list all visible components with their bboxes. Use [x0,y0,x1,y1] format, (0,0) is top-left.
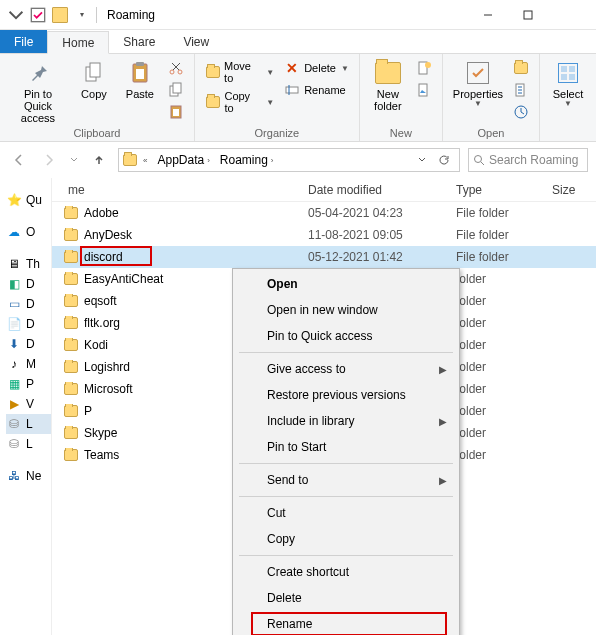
ctx-pin-start[interactable]: Pin to Start [235,434,457,460]
ctx-send-to[interactable]: Send to▶ [235,467,457,493]
folder-icon [64,295,78,307]
cut-button[interactable] [164,58,188,78]
properties-button[interactable]: Properties ▼ [449,56,507,109]
nav-down-icon[interactable] [8,7,24,23]
file-row[interactable]: Adobe05-04-2021 04:23File folder [52,202,596,224]
pin-icon [24,60,52,86]
file-type: folder [448,294,544,308]
tab-share[interactable]: Share [109,30,169,53]
folder-icon [64,273,78,285]
ctx-restore-versions[interactable]: Restore previous versions [235,382,457,408]
address-history-button[interactable] [411,149,433,171]
open-button[interactable] [509,58,533,78]
history-button[interactable] [509,102,533,122]
select-button[interactable]: Select ▼ [546,56,590,109]
breadcrumb-seg[interactable]: AppData› [153,153,213,167]
folder-icon [52,7,68,23]
sidebar-item[interactable]: ▭D [6,294,51,314]
svg-rect-2 [524,11,532,19]
paste-shortcut-button[interactable] [164,102,188,122]
copy-path-button[interactable] [164,80,188,100]
file-date: 05-12-2021 01:42 [300,250,448,264]
file-type: folder [448,272,544,286]
col-name[interactable]: me [52,183,300,197]
new-folder-icon [374,60,402,86]
ctx-cut[interactable]: Cut [235,500,457,526]
nav-bar: « AppData› Roaming› Search Roaming [0,142,596,178]
main-area: ⭐Qu ☁O 🖥Th ◧D ▭D 📄D ⬇D ♪M ▦P ▶V ⛁L ⛁L 🖧N… [0,178,596,635]
svg-rect-0 [31,8,44,21]
check-doc-icon[interactable] [30,7,46,23]
ctx-pin-quick-access[interactable]: Pin to Quick access [235,323,457,349]
ctx-open[interactable]: Open [235,271,457,297]
pin-quick-access-button[interactable]: Pin to Quick access [6,56,70,124]
tab-view[interactable]: View [169,30,223,53]
nav-up-button[interactable] [88,149,110,171]
sidebar-item[interactable]: ▶V [6,394,51,414]
drive-icon: ⛁ [6,436,22,452]
copy-to-button[interactable]: Copy to▼ [201,88,278,116]
paste-button[interactable]: Paste [118,56,162,100]
file-type: folder [448,338,544,352]
file-row[interactable]: discord05-12-2021 01:42File folder [52,246,596,268]
file-name: eqsoft [84,294,117,308]
move-to-button[interactable]: Move to▼ [201,58,278,86]
ctx-give-access[interactable]: Give access to▶ [235,356,457,382]
tab-file[interactable]: File [0,30,47,53]
easy-access-button[interactable] [412,80,436,100]
sidebar-item[interactable]: ▦P [6,374,51,394]
ribbon-group-select: Select ▼ [540,54,596,141]
videos-icon: ▶ [6,396,22,412]
sidebar-item[interactable]: ⛁L [6,414,51,434]
folder-icon [64,207,78,219]
column-headers[interactable]: me Date modified Type Size [52,178,596,202]
paste-icon [126,60,154,86]
sidebar-item[interactable]: ◧D [6,274,51,294]
refresh-button[interactable] [433,149,455,171]
sidebar-item[interactable]: ☁O [6,222,51,242]
submenu-arrow-icon: ▶ [439,475,447,486]
ctx-rename[interactable]: Rename [235,611,457,635]
address-folder-icon [123,154,137,166]
ribbon-group-organize: Move to▼ Copy to▼ ✕ Delete▼ Rename Organ… [195,54,360,141]
maximize-button[interactable] [508,1,548,29]
delete-button[interactable]: ✕ Delete▼ [280,58,353,78]
sidebar-item[interactable]: ⬇D [6,334,51,354]
copy-button[interactable]: Copy [72,56,116,100]
sidebar-item[interactable]: 🖥Th [6,254,51,274]
sidebar-item[interactable]: ♪M [6,354,51,374]
file-row[interactable]: AnyDesk11-08-2021 09:05File folder [52,224,596,246]
ctx-delete[interactable]: Delete [235,585,457,611]
edit-button[interactable] [509,80,533,100]
minimize-button[interactable] [468,1,508,29]
ctx-include-library[interactable]: Include in library▶ [235,408,457,434]
ctx-copy[interactable]: Copy [235,526,457,552]
folder-icon [64,229,78,241]
nav-pane[interactable]: ⭐Qu ☁O 🖥Th ◧D ▭D 📄D ⬇D ♪M ▦P ▶V ⛁L ⛁L 🖧N… [0,178,52,635]
nav-back-button[interactable] [8,149,30,171]
ctx-open-new-window[interactable]: Open in new window [235,297,457,323]
nav-forward-button[interactable] [38,149,60,171]
network-icon: 🖧 [6,468,22,484]
paste-shortcut-icon [168,104,184,120]
ctx-create-shortcut[interactable]: Create shortcut [235,559,457,585]
new-item-button[interactable] [412,58,436,78]
file-name: discord [84,250,123,264]
col-type[interactable]: Type [448,183,544,197]
sidebar-item[interactable]: ⛁L [6,434,51,454]
sidebar-item[interactable]: 📄D [6,314,51,334]
search-input[interactable]: Search Roaming [468,148,588,172]
rename-button[interactable]: Rename [280,80,353,100]
folder-icon [64,317,78,329]
address-bar[interactable]: « AppData› Roaming› [118,148,460,172]
sidebar-item[interactable]: 🖧Ne [6,466,51,486]
sidebar-item[interactable]: ⭐Qu [6,190,51,210]
col-date[interactable]: Date modified [300,183,448,197]
tab-home[interactable]: Home [47,31,109,54]
breadcrumb-seg[interactable]: Roaming› [216,153,278,167]
svg-rect-14 [286,87,298,93]
qa-overflow-icon[interactable]: ▾ [74,7,90,23]
col-size[interactable]: Size [544,183,596,197]
new-folder-button[interactable]: New folder [366,56,410,112]
nav-recent-button[interactable] [68,149,80,171]
